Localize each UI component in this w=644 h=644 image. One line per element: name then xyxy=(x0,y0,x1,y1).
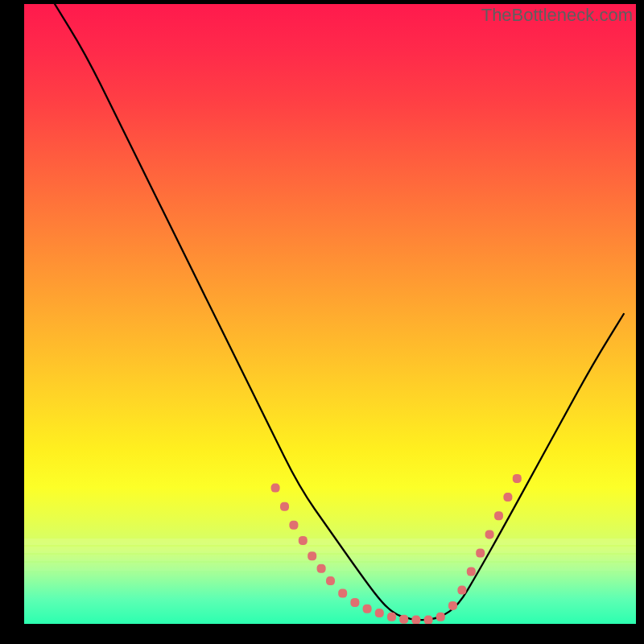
dot xyxy=(448,601,457,610)
dot xyxy=(363,605,372,613)
dot xyxy=(424,616,433,624)
bottleneck-curve xyxy=(55,4,624,620)
dot xyxy=(467,568,476,576)
dot xyxy=(326,576,335,585)
dot xyxy=(317,564,326,573)
dot xyxy=(350,598,359,607)
dot xyxy=(338,589,347,598)
dot xyxy=(436,613,445,621)
dot xyxy=(375,609,384,617)
dot xyxy=(485,530,494,539)
dot xyxy=(308,551,316,560)
watermark-label: TheBottleneck.com xyxy=(481,5,633,26)
dot xyxy=(280,502,289,511)
dot xyxy=(289,521,298,530)
dot xyxy=(411,616,420,624)
dot xyxy=(494,511,503,520)
chart-svg xyxy=(24,4,636,624)
chart-frame xyxy=(24,4,636,624)
dot xyxy=(271,484,280,493)
dot xyxy=(387,613,396,621)
dot xyxy=(476,549,485,558)
dot xyxy=(513,474,522,483)
dot xyxy=(503,493,512,502)
dot xyxy=(299,536,308,545)
dot xyxy=(457,586,466,595)
dot xyxy=(399,615,408,624)
dotted-overlay xyxy=(271,474,522,624)
